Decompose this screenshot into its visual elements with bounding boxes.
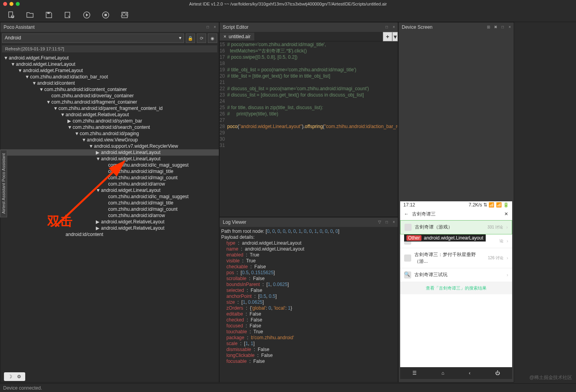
- tool-icon[interactable]: ✖: [493, 25, 498, 30]
- device-title-label: Device Screen: [402, 24, 432, 30]
- back-icon[interactable]: ‹: [469, 370, 470, 376]
- tree-node[interactable]: ▼ android:id/content: [0, 80, 219, 86]
- theme-icon[interactable]: ☽: [8, 374, 12, 379]
- tree-node[interactable]: ▶ android.widget.RelativeLayout: [0, 219, 219, 225]
- detach-icon[interactable]: □: [384, 25, 389, 30]
- close-panel-icon[interactable]: ×: [391, 25, 396, 30]
- tree-node[interactable]: com.zhihu.android:id/arrow: [0, 212, 219, 219]
- open-folder-icon[interactable]: [26, 11, 34, 19]
- tree-node[interactable]: com.zhihu.android:id/magi_title: [0, 168, 219, 175]
- platform-label: Android: [5, 35, 21, 41]
- stop-icon[interactable]: [102, 11, 110, 19]
- log-title-label: Log Viewer: [223, 219, 246, 225]
- tree-node[interactable]: ▼ android.support.v7.widget.RecyclerView: [0, 143, 219, 149]
- platform-select[interactable]: Android▾: [2, 33, 184, 43]
- new-file-icon[interactable]: +: [7, 11, 15, 19]
- tree-node[interactable]: com.zhihu.android:id/magi_count: [0, 206, 219, 212]
- hierarchy-tree[interactable]: ▼ android.widget.FrameLayout▼ android.wi…: [0, 53, 219, 382]
- tree-node[interactable]: ▶ android.widget.LinearLayout: [0, 149, 219, 156]
- power-icon[interactable]: ⏻: [495, 370, 500, 376]
- app-icon: [404, 255, 411, 262]
- tree-node[interactable]: ▼ android.widget.RelativeLayout: [0, 111, 219, 118]
- refresh-button[interactable]: ⟳: [197, 33, 206, 43]
- poco-title-label: Poco Assistant: [4, 24, 35, 30]
- tree-node[interactable]: ▼ com.zhihu.android:id/content_container: [0, 86, 219, 93]
- record-button[interactable]: ◉: [208, 33, 217, 43]
- close-tab-icon[interactable]: ×: [224, 34, 226, 39]
- back-icon[interactable]: ←: [404, 211, 409, 217]
- side-tab[interactable]: Airtest Assistant Poco Assistant: [0, 150, 7, 217]
- tab-menu-button[interactable]: ▾: [392, 32, 398, 41]
- device-screen[interactable]: 17:127.2K/s ⇅ 📶 📶 🔋 ← 古剑奇谭三 ✕ 古剑奇谭（游戏）33…: [399, 32, 514, 382]
- tree-node[interactable]: ▼ com.zhihu.android:id/fragment_containe…: [0, 99, 219, 105]
- close-panel-icon[interactable]: ×: [391, 220, 396, 225]
- search-text: 古剑奇谭三: [412, 211, 501, 217]
- tree-node[interactable]: ▼ com.zhihu.android:id/search_content: [0, 124, 219, 130]
- tree-node[interactable]: com.zhihu.android:id/arrow: [0, 181, 219, 187]
- grid-icon[interactable]: ⊞: [486, 25, 491, 30]
- result-row[interactable]: 🔍古剑奇谭三试玩›: [400, 268, 512, 282]
- inspector-tooltip: Otherandroid.widget.LinearLayout: [404, 234, 486, 242]
- home-icon[interactable]: ⌂: [442, 370, 444, 376]
- phone-navbar: ☰ ⌂ ‹ ⏻: [400, 367, 512, 379]
- detach-icon[interactable]: □: [205, 25, 210, 30]
- tree-node[interactable]: ▼ android.widget.FrameLayout: [0, 67, 219, 74]
- phone-searchbar[interactable]: ← 古剑奇谭三 ✕: [400, 208, 512, 220]
- close-panel-icon[interactable]: ×: [507, 25, 512, 30]
- tree-node[interactable]: ▼ android.widget.LinearLayout: [0, 156, 219, 162]
- export-icon[interactable]: [64, 11, 72, 19]
- tree-node[interactable]: ▼ com.zhihu.android:id/parent_fragment_c…: [0, 105, 219, 111]
- result-row[interactable]: 古剑奇谭三：梦付千秋星垂野（游...126 讨论›: [400, 248, 512, 268]
- tree-node[interactable]: ▼ android.widget.LinearLayout: [0, 187, 219, 193]
- poco-panel: Poco Assistant □× Android▾ 🔒 ⟳ ◉ Refresh…: [0, 22, 219, 383]
- window-titlebar: Airtest IDE v1.2.0 ~~ /var/folders/ky/31…: [0, 0, 576, 8]
- window-title: Airtest IDE v1.2.0 ~~ /var/folders/ky/31…: [0, 2, 576, 6]
- status-text: Device connected.: [3, 385, 42, 391]
- filter-icon[interactable]: ▽: [377, 220, 382, 225]
- tree-node[interactable]: com.zhihu.android:id/ic_magi_suggest: [0, 162, 219, 168]
- search-results-link[interactable]: 查看「古剑奇谭三」的搜索结果: [400, 282, 512, 294]
- tree-node[interactable]: ▼ android.widget.LinearLayout: [0, 61, 219, 67]
- new-tab-button[interactable]: +: [383, 32, 392, 41]
- tree-node[interactable]: ▼ android.widget.FrameLayout: [0, 55, 219, 61]
- detach-icon[interactable]: □: [384, 220, 389, 225]
- toolbar: + LOG: [0, 8, 576, 22]
- poco-title: Poco Assistant □×: [0, 22, 219, 32]
- app-icon: 🔍: [404, 271, 411, 279]
- tree-node[interactable]: com.zhihu.android:id/magi_title: [0, 200, 219, 206]
- save-icon[interactable]: [45, 11, 53, 19]
- result-row[interactable]: 论›Otherandroid.widget.LinearLayout: [400, 234, 512, 248]
- tree-node[interactable]: com.zhihu.android:id/overlay_container: [0, 93, 219, 99]
- svg-rect-7: [104, 14, 107, 16]
- svg-rect-3: [47, 12, 50, 14]
- result-row[interactable]: 古剑奇谭（游戏）331 讨论›: [400, 220, 512, 234]
- menu-icon[interactable]: ☰: [412, 370, 417, 376]
- tab-label: untitled.air: [229, 34, 250, 39]
- tree-node[interactable]: ▼ android.view.ViewGroup: [0, 137, 219, 143]
- tree-node[interactable]: com.zhihu.android:id/magi_count: [0, 175, 219, 181]
- settings-icon[interactable]: ⚙: [17, 374, 21, 379]
- tree-node[interactable]: com.zhihu.android:id/ic_magi_suggest: [0, 193, 219, 200]
- editor-title: Script Editor □×: [220, 22, 398, 32]
- device-title: Device Screen ⊞✖□×: [399, 22, 514, 32]
- run-icon[interactable]: [83, 11, 91, 19]
- tree-node[interactable]: ▶ android.widget.RelativeLayout: [0, 225, 219, 231]
- svg-text:LOG: LOG: [121, 12, 129, 17]
- chevron-down-icon: ▾: [179, 35, 181, 41]
- code-editor[interactable]: 1516171819202122232425262728293031 # poc…: [220, 41, 398, 217]
- app-icon: [405, 224, 412, 231]
- log-content: Path from root node: [0, 0, 0, 0, 0, 0, …: [220, 227, 398, 382]
- lock-button[interactable]: 🔒: [186, 33, 195, 43]
- log-icon[interactable]: LOG: [121, 11, 129, 19]
- tree-node[interactable]: ▼ com.zhihu.android:id/action_bar_root: [0, 74, 219, 80]
- svg-text:+: +: [11, 13, 14, 19]
- phone-statusbar: 17:127.2K/s ⇅ 📶 📶 🔋: [400, 201, 512, 208]
- file-tab[interactable]: ×untitled.air: [220, 33, 254, 41]
- tree-node[interactable]: android:id/content: [0, 231, 219, 238]
- detach-icon[interactable]: □: [500, 25, 505, 30]
- editor-panel: Script Editor □× ×untitled.air +▾ 151617…: [219, 22, 398, 217]
- tree-node[interactable]: ▼ com.zhihu.android:id/paging: [0, 130, 219, 137]
- tree-node[interactable]: ▶ com.zhihu.android:id/system_bar: [0, 118, 219, 124]
- close-panel-icon[interactable]: ×: [213, 25, 217, 30]
- clear-icon[interactable]: ✕: [504, 211, 508, 217]
